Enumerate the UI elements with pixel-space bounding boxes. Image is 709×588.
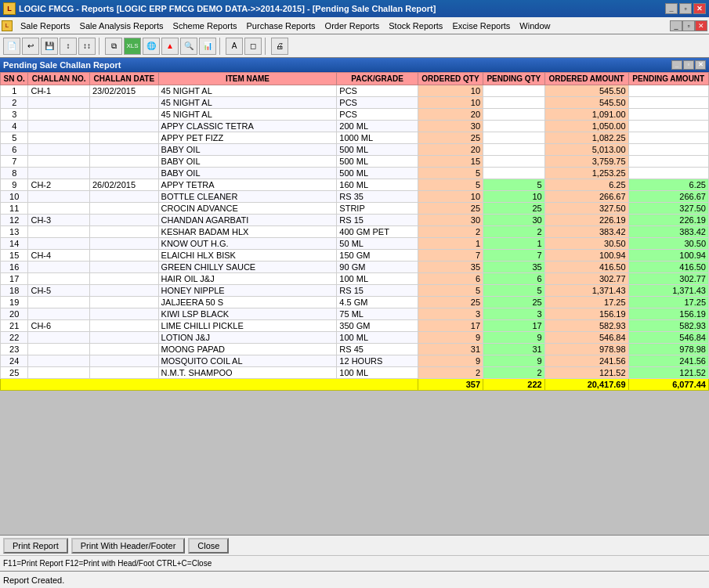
cell-pamt xyxy=(628,132,708,144)
cell-sno: 17 xyxy=(1,273,28,285)
close-report-button[interactable]: Close xyxy=(188,538,229,554)
cell-challan: CH-5 xyxy=(28,285,90,297)
copy-button[interactable]: ⧉ xyxy=(105,38,122,55)
cell-date xyxy=(90,121,159,132)
cell-oamt: 545.50 xyxy=(544,85,628,97)
cell-oamt: 1,253.25 xyxy=(544,168,628,179)
cell-oqty: 25 xyxy=(418,203,483,215)
up-button[interactable]: ▲ xyxy=(161,38,179,55)
title-bar-buttons: _ ▫ ✕ xyxy=(665,3,706,14)
zoom-button[interactable]: A xyxy=(226,38,243,55)
back-button[interactable]: ↩ xyxy=(22,38,39,55)
cell-date xyxy=(90,262,159,273)
cell-oqty: 9 xyxy=(418,332,483,344)
cell-oqty: 31 xyxy=(418,344,483,355)
cell-pack: 400 GM PET xyxy=(337,226,418,238)
table-row: 17 HAIR OIL J&J 100 ML 6 6 302.77 302.77 xyxy=(1,273,709,285)
cell-oqty: 5 xyxy=(418,285,483,297)
cell-pqty xyxy=(483,156,545,168)
cell-oqty: 20 xyxy=(418,109,483,121)
menu-close-button[interactable]: ✕ xyxy=(695,20,707,31)
cell-sno: 6 xyxy=(1,144,28,156)
cell-pack: 1000 ML xyxy=(337,132,418,144)
cell-item: MOSQUITO COIL AL xyxy=(158,355,337,367)
cell-sno: 16 xyxy=(1,262,28,273)
footer-buttons: Print Report Print With Header/Footer Cl… xyxy=(0,535,709,555)
web-button[interactable]: 🌐 xyxy=(143,38,160,55)
cell-date xyxy=(90,250,159,262)
save-button[interactable]: 💾 xyxy=(41,38,58,55)
menu-sale-analysis[interactable]: Sale Analysis Reports xyxy=(75,20,168,32)
cell-date: 26/02/2015 xyxy=(90,179,159,191)
chart-button[interactable]: 📊 xyxy=(199,38,216,55)
cell-pamt: 17.25 xyxy=(628,297,708,308)
cell-pqty: 30 xyxy=(483,215,545,226)
table-row: 16 GREEN CHILLY SAUCE 90 GM 35 35 416.50… xyxy=(1,262,709,273)
cell-challan xyxy=(28,308,90,320)
print-button[interactable]: 🖨 xyxy=(271,38,288,55)
restore-button[interactable]: ▫ xyxy=(679,3,692,14)
cell-pamt: 121.52 xyxy=(628,367,708,379)
cell-oqty: 30 xyxy=(418,215,483,226)
cell-oamt: 416.50 xyxy=(544,262,628,273)
menu-order-reports[interactable]: Order Reports xyxy=(320,20,385,32)
cell-date xyxy=(90,144,159,156)
cell-pamt: 226.19 xyxy=(628,215,708,226)
toolbar-sep-2 xyxy=(219,38,222,55)
cell-pack: RS 15 xyxy=(337,285,418,297)
cell-pack: 500 ML xyxy=(337,168,418,179)
cell-item: MOONG PAPAD xyxy=(158,344,337,355)
menu-window[interactable]: Window xyxy=(515,20,555,32)
minimize-button[interactable]: _ xyxy=(665,3,678,14)
inner-minimize-button[interactable]: _ xyxy=(671,60,682,70)
inner-close-button[interactable]: ✕ xyxy=(695,60,706,70)
cell-pamt xyxy=(628,121,708,132)
cell-date xyxy=(90,203,159,215)
menu-stock-reports[interactable]: Stock Reports xyxy=(384,20,447,32)
cell-item: BOTTLE CLEANER xyxy=(158,191,337,203)
cell-pamt: 30.50 xyxy=(628,238,708,250)
cell-oqty: 10 xyxy=(418,97,483,109)
cell-date xyxy=(90,367,159,379)
inner-title-label: Pending Sale Challan Report xyxy=(3,60,121,70)
print-header-footer-button[interactable]: Print With Header/Footer xyxy=(71,538,186,554)
cell-item: LIME CHILLI PICKLE xyxy=(158,320,337,332)
cell-sno: 14 xyxy=(1,238,28,250)
new-button[interactable]: 📄 xyxy=(3,38,20,55)
excel-button[interactable]: XLS xyxy=(124,38,141,55)
cell-challan: CH-1 xyxy=(28,85,90,97)
cell-pack: 75 ML xyxy=(337,308,418,320)
cell-pamt: 383.42 xyxy=(628,226,708,238)
cell-item: KESHAR BADAM HLX xyxy=(158,226,337,238)
table-row: 5 APPY PET FIZZ 1000 ML 25 1,082.25 xyxy=(1,132,709,144)
cell-oqty: 25 xyxy=(418,297,483,308)
cell-pack: STRIP xyxy=(337,203,418,215)
app-menu-icon: L xyxy=(2,20,13,31)
cell-item: KIWI LSP BLACK xyxy=(158,308,337,320)
menu-minimize-button[interactable]: _ xyxy=(670,20,682,31)
cell-challan xyxy=(28,144,90,156)
cell-date xyxy=(90,215,159,226)
sort-asc-button[interactable]: ↕↕ xyxy=(78,38,96,55)
find-button[interactable]: 🔍 xyxy=(180,38,197,55)
cell-oamt: 5,013.00 xyxy=(544,144,628,156)
table-row: 14 KNOW OUT H.G. 50 ML 1 1 30.50 30.50 xyxy=(1,238,709,250)
menu-purchase-reports[interactable]: Purchase Reports xyxy=(242,20,320,32)
shape-button[interactable]: ◻ xyxy=(244,38,262,55)
menu-restore-button[interactable]: ▫ xyxy=(682,20,695,31)
menu-scheme-reports[interactable]: Scheme Reports xyxy=(168,20,242,32)
cell-sno: 21 xyxy=(1,320,28,332)
cell-challan xyxy=(28,344,90,355)
cell-date xyxy=(90,344,159,355)
cell-date xyxy=(90,238,159,250)
cell-oqty: 1 xyxy=(418,238,483,250)
cell-pack: RS 15 xyxy=(337,215,418,226)
sort-button[interactable]: ↕ xyxy=(60,38,77,55)
close-button[interactable]: ✕ xyxy=(693,3,706,14)
menu-excise-reports[interactable]: Excise Reports xyxy=(447,20,515,32)
cell-pqty: 2 xyxy=(483,226,545,238)
cell-oqty: 35 xyxy=(418,262,483,273)
menu-sale-reports[interactable]: Sale Reports xyxy=(16,20,75,32)
inner-restore-button[interactable]: ▫ xyxy=(683,60,694,70)
print-report-button[interactable]: Print Report xyxy=(3,538,68,554)
